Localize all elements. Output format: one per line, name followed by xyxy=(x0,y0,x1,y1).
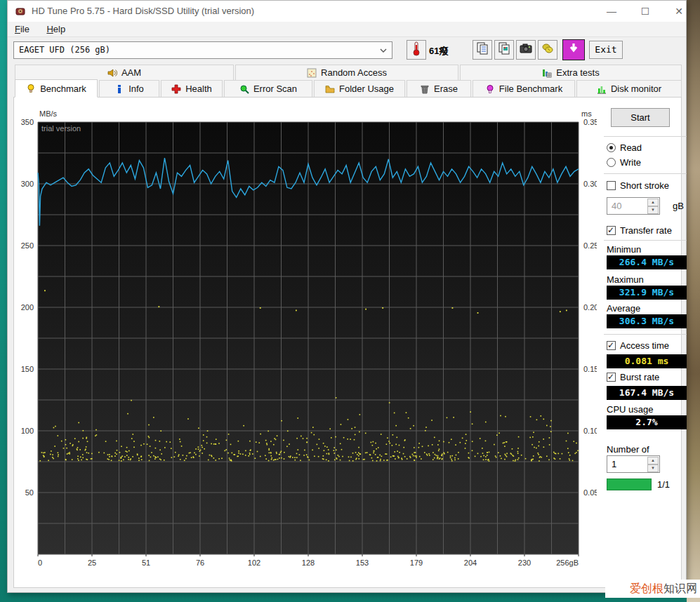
tab-label: Health xyxy=(185,83,212,94)
tab-file-benchmark[interactable]: File Benchmark xyxy=(473,80,575,97)
tab-error-scan[interactable]: Error Scan xyxy=(224,80,312,97)
svg-text:0.35: 0.35 xyxy=(583,118,597,126)
svg-text:350: 350 xyxy=(21,118,34,126)
tab-erase[interactable]: Erase xyxy=(407,80,471,97)
tab-aam[interactable]: AAM xyxy=(15,65,234,80)
separator xyxy=(604,136,687,137)
drive-selector[interactable]: EAGET UFD (256 gB) xyxy=(13,41,392,59)
short-stroke-unit: gB xyxy=(673,201,684,211)
cpu-usage-label: CPU usage xyxy=(607,404,653,415)
svg-text:256gB: 256gB xyxy=(556,558,579,567)
benchmark-chart: MB/sms3500.353000.302500.252000.201500.1… xyxy=(14,107,597,570)
close-button[interactable]: ✕ xyxy=(663,1,694,22)
watermark-part2: 知识网 xyxy=(663,582,697,594)
burst-rate-checkbox[interactable]: Burst rate xyxy=(607,372,659,382)
start-button[interactable]: Start xyxy=(611,108,670,127)
copy-text-button[interactable] xyxy=(473,40,492,60)
checkbox[interactable] xyxy=(607,341,616,350)
checkbox[interactable] xyxy=(607,226,616,235)
temperature-value: 61癈 xyxy=(429,45,448,58)
tab-label: Folder Usage xyxy=(339,83,394,94)
transfer-rate-label: Transfer rate xyxy=(620,225,672,236)
svg-text:0.30: 0.30 xyxy=(583,180,597,188)
short-stroke-spinner[interactable]: 40 ▲▼ xyxy=(607,197,660,215)
svg-text:0.20: 0.20 xyxy=(583,303,597,312)
spinner-arrows[interactable]: ▲▼ xyxy=(647,457,659,471)
cpu-usage-value: 2.7% xyxy=(607,415,687,429)
spin-up-icon[interactable]: ▲ xyxy=(647,199,659,206)
copy-image-icon xyxy=(497,41,511,58)
tab-disk-monitor[interactable]: Disk monitor xyxy=(576,80,682,97)
maximum-value: 321.9 MB/s xyxy=(607,286,687,300)
scatter-plot-icon xyxy=(307,68,317,78)
tab-label: File Benchmark xyxy=(499,83,562,94)
save-results-button[interactable] xyxy=(538,40,557,60)
svg-text:153: 153 xyxy=(356,558,369,567)
access-time-value: 0.081 ms xyxy=(607,354,687,368)
svg-text:200: 200 xyxy=(21,303,34,312)
title-bar: HD Tune Pro 5.75 - Hard Disk/SSD Utility… xyxy=(8,1,686,22)
svg-text:0.15: 0.15 xyxy=(583,365,597,373)
maximum-label: Maximun xyxy=(607,274,644,285)
menu-help[interactable]: Help xyxy=(39,22,72,34)
chevron-down-icon xyxy=(378,45,389,56)
tab-folder-usage[interactable]: Folder Usage xyxy=(314,80,405,97)
separator xyxy=(604,173,687,174)
tab-label: Random Access xyxy=(321,67,387,78)
tab-random-access[interactable]: Random Access xyxy=(235,65,458,80)
separator xyxy=(604,240,687,241)
tab-label: Benchmark xyxy=(40,83,86,94)
read-label: Read xyxy=(620,142,642,153)
radio-circle[interactable] xyxy=(607,158,616,167)
download-arrow-icon xyxy=(567,41,581,58)
svg-text:204: 204 xyxy=(464,558,477,567)
svg-text:0: 0 xyxy=(38,558,42,567)
spinner-arrows[interactable]: ▲▼ xyxy=(647,199,659,213)
minimize-button[interactable]: — xyxy=(596,1,627,22)
write-radio[interactable]: Write xyxy=(607,157,641,168)
spin-down-icon[interactable]: ▼ xyxy=(647,206,659,214)
spin-up-icon[interactable]: ▲ xyxy=(647,457,659,464)
svg-text:179: 179 xyxy=(410,558,423,567)
number-of-value: 1 xyxy=(612,459,616,469)
spin-down-icon[interactable]: ▼ xyxy=(647,464,659,472)
tab-strip: AAM Random Access Extra tests Benchma xyxy=(8,64,686,97)
tab-health[interactable]: Health xyxy=(161,80,223,97)
download-button[interactable] xyxy=(562,39,585,60)
tab-info[interactable]: Info xyxy=(99,80,159,97)
checkbox[interactable] xyxy=(607,373,616,382)
progress-bar xyxy=(607,479,652,490)
short-stroke-checkbox[interactable]: Short stroke xyxy=(607,180,669,191)
folder-icon xyxy=(325,84,335,94)
average-value: 306.3 MB/s xyxy=(607,314,687,328)
maximize-button[interactable]: ☐ xyxy=(630,1,661,22)
exit-button[interactable]: Exit xyxy=(589,41,623,59)
app-icon xyxy=(15,6,26,20)
svg-text:100: 100 xyxy=(21,427,34,435)
copy-text-icon xyxy=(475,41,489,58)
tab-benchmark[interactable]: Benchmark xyxy=(15,79,98,98)
short-stroke-label: Short stroke xyxy=(620,180,669,191)
tab-label: Extra tests xyxy=(556,67,599,78)
checkbox[interactable] xyxy=(607,181,616,190)
save-gold-icon xyxy=(541,41,555,58)
read-radio[interactable]: Read xyxy=(607,142,642,153)
screenshot-button[interactable] xyxy=(516,40,536,60)
thermometer-icon xyxy=(411,41,421,59)
transfer-rate-checkbox[interactable]: Transfer rate xyxy=(607,225,672,236)
lightbulb-icon xyxy=(26,83,36,93)
short-stroke-value: 40 xyxy=(612,201,621,211)
access-time-checkbox[interactable]: Access time xyxy=(607,340,669,351)
minimum-label: Minimun xyxy=(607,244,641,255)
red-cross-icon xyxy=(171,84,181,94)
temperature-button[interactable] xyxy=(407,40,426,60)
progress-label: 1/1 xyxy=(657,479,670,490)
tab-extra-tests[interactable]: Extra tests xyxy=(460,65,682,80)
copy-image-button[interactable] xyxy=(494,40,514,60)
menu-file[interactable]: File xyxy=(8,22,37,34)
magenta-bulb-icon xyxy=(485,84,495,94)
radio-circle[interactable] xyxy=(607,143,616,152)
tab-label: Disk monitor xyxy=(611,83,661,94)
svg-text:trial version: trial version xyxy=(41,124,81,133)
number-of-spinner[interactable]: 1 ▲▼ xyxy=(607,455,660,473)
